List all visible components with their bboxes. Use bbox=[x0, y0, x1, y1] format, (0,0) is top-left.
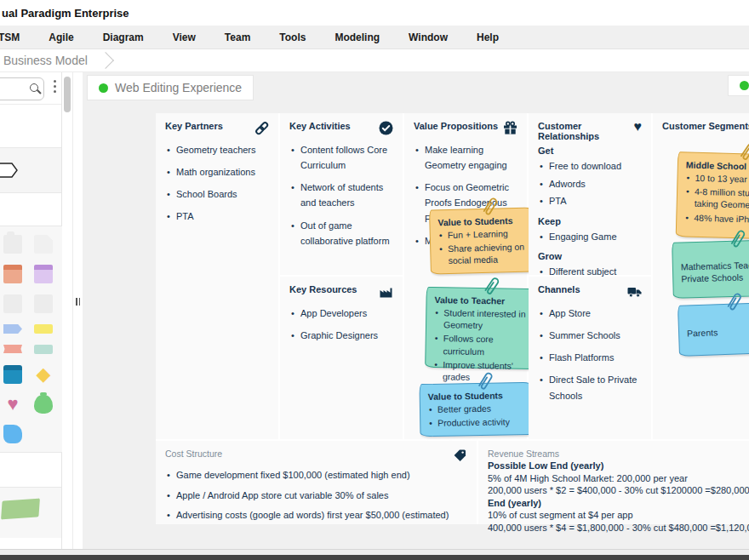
scrollbar-thumb[interactable] bbox=[64, 77, 71, 112]
section-key-resources[interactable]: Key Resources App DevelopersGraphic Desi… bbox=[280, 277, 403, 439]
arrow-ribbon-icon[interactable] bbox=[3, 324, 22, 334]
list-item: Direct Sale to Private Schools bbox=[538, 372, 642, 403]
hexagon-shape-icon[interactable] bbox=[0, 163, 18, 178]
presence-chip-web-editing[interactable]: Web Editing Experience bbox=[87, 75, 254, 100]
link-icon bbox=[254, 121, 269, 135]
tags-icon bbox=[453, 449, 467, 463]
revenue-line: End (yearly) bbox=[488, 497, 749, 510]
green-shape-icon[interactable] bbox=[1, 498, 40, 519]
sticky-note-value-to-students-yellow[interactable]: Value to Students Fun + LearningShare ac… bbox=[429, 207, 535, 274]
menu-item-team[interactable]: Team bbox=[210, 31, 265, 43]
truck-icon bbox=[627, 284, 642, 299]
section-customer-relationships[interactable]: Customer Relationships ♥ Get Free to dow… bbox=[529, 113, 651, 275]
revenue-line: 10% of cust segment at $4 per app bbox=[488, 509, 749, 522]
sticky-note-tab-icon[interactable] bbox=[3, 235, 22, 254]
diamond-icon[interactable]: ◆ bbox=[34, 365, 53, 384]
revenue-lines: Possible Low End (yearly)5% of 4M High S… bbox=[488, 460, 749, 534]
menu-bar: TSMAgileDiagramViewTeamToolsModelingWind… bbox=[0, 26, 749, 49]
menu-item-diagram[interactable]: Diagram bbox=[89, 31, 158, 43]
sticky-note-value-to-students-blue[interactable]: Value to Students Better gradesProductiv… bbox=[419, 382, 532, 437]
palette-hexagon-row bbox=[0, 147, 61, 193]
list-item: Network of students and teachers bbox=[289, 180, 393, 210]
sticky-note-orange-icon[interactable] bbox=[3, 265, 22, 283]
menu-item-tsm[interactable]: TSM bbox=[0, 31, 34, 43]
menu-item-view[interactable]: View bbox=[158, 31, 210, 43]
list-item: 4-8 million students taking Geometry bbox=[685, 186, 749, 212]
diagram-tab-bar: Business Model bbox=[0, 49, 749, 72]
list-item: Engaging Game bbox=[538, 230, 642, 244]
sticky-note-gray-icon[interactable] bbox=[3, 294, 22, 313]
moneybag-icon[interactable] bbox=[34, 395, 53, 414]
section-cost-structure[interactable]: Cost Structure Game development fixed $1… bbox=[156, 441, 477, 524]
calendar-icon[interactable] bbox=[3, 365, 22, 384]
list-item: Apple / Android App store cut variable 3… bbox=[165, 489, 467, 504]
sticky-note-fold-icon[interactable] bbox=[34, 235, 53, 254]
list-item: Better grades bbox=[428, 402, 523, 415]
list-item: Share achieving on social media bbox=[438, 241, 526, 267]
shape-palette-grid: ◆♥ bbox=[0, 226, 62, 453]
splitter-handle[interactable] bbox=[76, 298, 80, 306]
bottom-edge-bar bbox=[0, 555, 749, 560]
menu-item-window[interactable]: Window bbox=[394, 31, 462, 43]
revenue-line: Possible Low End (yearly) bbox=[488, 460, 749, 472]
search-input[interactable] bbox=[0, 77, 44, 100]
revenue-line: 5% of 4M High School Market: 200,000 per… bbox=[488, 472, 749, 485]
menu-item-tools[interactable]: Tools bbox=[265, 31, 320, 43]
sticky-note-purple-icon[interactable] bbox=[34, 265, 53, 283]
list-item: Make learning Geometry engaging bbox=[414, 142, 517, 173]
thumbup-icon[interactable] bbox=[3, 425, 22, 443]
section-channels[interactable]: Channels App StoreSummer SchoolsFlash Pl… bbox=[529, 277, 651, 439]
window-title: ual Paradigm Enterprise bbox=[2, 7, 129, 20]
list-item: Free to download bbox=[538, 159, 642, 174]
window-titlebar: ual Paradigm Enterprise bbox=[0, 0, 749, 26]
list-item: Math organizations bbox=[165, 164, 269, 180]
tab-business-model[interactable]: Business Model bbox=[0, 49, 115, 71]
sidebar-scrollbar[interactable] bbox=[62, 72, 72, 549]
list-item: Content follows Core Curriculum bbox=[289, 142, 393, 173]
list-item: Advertising costs (google ad words) firs… bbox=[165, 508, 467, 523]
list-item: Out of game collaborative platform bbox=[289, 218, 393, 249]
status-bar bbox=[0, 549, 749, 555]
gift-icon bbox=[503, 121, 517, 135]
list-item: Geometry teachers bbox=[165, 142, 269, 157]
business-model-canvas: Key Partners Geometry teachersMath organ… bbox=[156, 113, 749, 524]
section-key-partners[interactable]: Key Partners Geometry teachersMath organ… bbox=[156, 113, 278, 439]
menu-item-modeling[interactable]: Modeling bbox=[320, 31, 394, 43]
list-item: Summer Schools bbox=[538, 328, 642, 343]
section-value-propositions[interactable]: Value Propositions Make learning Geometr… bbox=[404, 113, 527, 439]
highlight-icon[interactable] bbox=[34, 324, 53, 334]
list-item: Fun + Learning bbox=[438, 227, 525, 242]
application-window: ual Paradigm Enterprise TSMAgileDiagramV… bbox=[0, 0, 749, 560]
panel-splitter[interactable] bbox=[72, 72, 83, 549]
sticky-note-parents[interactable]: Parents bbox=[678, 302, 749, 357]
tab-chevron-icon bbox=[97, 52, 114, 69]
search-icon bbox=[30, 83, 38, 92]
list-item: App Developers bbox=[289, 306, 393, 321]
palette-menu-button[interactable] bbox=[54, 80, 56, 93]
list-item: PTA bbox=[165, 209, 269, 224]
heart-icon[interactable]: ♥ bbox=[3, 395, 22, 414]
list-item: PTA bbox=[538, 194, 642, 209]
sticky-note-value-to-teacher[interactable]: Value to Teacher Student interested in G… bbox=[425, 287, 537, 369]
check-circle-icon bbox=[379, 121, 393, 135]
ribbon-icon[interactable] bbox=[3, 345, 22, 353]
list-item: Graphic Designers bbox=[289, 328, 393, 343]
sticky-note-gray2-icon[interactable] bbox=[34, 294, 53, 313]
revenue-line: 200,000 users * $2 = $400,000 - 30% cut … bbox=[488, 484, 749, 497]
menu-item-help[interactable]: Help bbox=[462, 31, 513, 43]
list-item: 10 to 13 year olds bbox=[685, 171, 749, 186]
shape-palette-sidebar: ◆♥ bbox=[0, 72, 62, 549]
label-icon[interactable] bbox=[34, 345, 53, 354]
online-status-icon bbox=[740, 81, 749, 90]
factory-icon bbox=[379, 284, 393, 299]
section-customer-segments[interactable]: Customer Segments Middle School Students… bbox=[653, 113, 749, 439]
list-item: Flash Platforms bbox=[538, 350, 642, 365]
section-key-activities[interactable]: Key Activities Content follows Core Curr… bbox=[280, 113, 403, 275]
section-revenue-streams[interactable]: Revenue Streams Possible Low End (yearly… bbox=[478, 441, 749, 524]
list-item: Follows core curriculum bbox=[433, 332, 527, 357]
heart-icon: ♥ bbox=[634, 121, 643, 133]
presence-chip-right[interactable] bbox=[728, 75, 749, 96]
diagram-canvas[interactable]: Web Editing Experience Key Partners bbox=[83, 72, 749, 549]
list-item: App Store bbox=[538, 306, 642, 321]
menu-item-agile[interactable]: Agile bbox=[34, 31, 88, 43]
